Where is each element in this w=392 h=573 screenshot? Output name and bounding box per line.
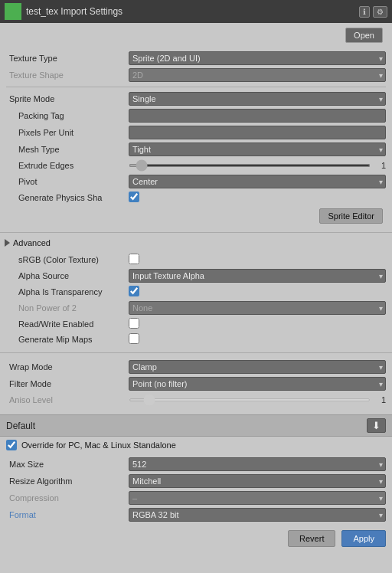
resize-wrapper: Mitchell — [129, 474, 386, 488]
gen-mip-checkbox[interactable] — [129, 333, 139, 344]
wrap-mode-row: Wrap Mode Clamp — [6, 359, 386, 375]
mesh-type-control: Tight — [129, 142, 386, 156]
compression-label: Compression — [6, 493, 129, 503]
platform-bar: Default ⬇ — [0, 414, 392, 437]
max-size-wrapper: 512 — [129, 457, 386, 471]
resize-label: Resize Algorithm — [6, 476, 129, 486]
mesh-type-row: Mesh Type Tight — [6, 141, 386, 158]
settings-button[interactable]: ⚙ — [373, 6, 387, 18]
sprite-mode-select[interactable]: Single — [129, 92, 386, 106]
format-label: Format — [6, 510, 129, 519]
sprite-editor-row: Sprite Editor — [6, 205, 386, 227]
advanced-section: Advanced sRGB (Color Texture) Alpha Sour… — [0, 236, 392, 349]
platform-settings-section: Max Size 512 Resize Algorithm Mitchell — [0, 453, 392, 526]
non-power-row: Non Power of 2 None — [6, 300, 386, 316]
alpha-transparency-control — [129, 286, 386, 298]
alpha-source-select[interactable]: Input Texture Alpha — [129, 269, 386, 283]
gen-physics-checkbox[interactable] — [129, 192, 139, 202]
override-row: Override for PC, Mac & Linux Standalone — [0, 437, 392, 453]
alpha-source-control: Input Texture Alpha — [129, 269, 386, 283]
advanced-label: Advanced — [13, 238, 51, 247]
format-wrapper: RGBA 32 bit — [129, 508, 386, 522]
packing-tag-row: Packing Tag — [6, 107, 386, 124]
wrap-filter-section: Wrap Mode Clamp Filter Mode Point (no fi… — [0, 356, 392, 410]
apply-button[interactable]: Apply — [341, 530, 386, 547]
platform-label: Default — [6, 421, 35, 431]
override-checkbox[interactable] — [6, 440, 17, 450]
override-label: Override for PC, Mac & Linux Standalone — [21, 440, 176, 450]
advanced-triangle-icon — [5, 239, 10, 247]
gen-mip-control — [129, 333, 386, 345]
sprite-mode-label: Sprite Mode — [6, 94, 129, 103]
aniso-slider-row: 1 — [129, 395, 386, 404]
texture-settings-section: Texture Type Sprite (2D and UI) Texture … — [0, 47, 392, 229]
mesh-type-select[interactable]: Tight — [129, 142, 386, 156]
non-power-wrapper: None — [129, 301, 386, 315]
texture-shape-control: 2D — [129, 68, 386, 82]
extrude-edges-row: Extrude Edges 1 — [6, 158, 386, 173]
texture-shape-label: Texture Shape — [6, 70, 129, 80]
alpha-transparency-row: Alpha Is Transparency — [6, 284, 386, 300]
texture-shape-wrapper: 2D — [129, 68, 386, 82]
format-control: RGBA 32 bit — [129, 508, 386, 522]
srgb-control — [129, 254, 386, 266]
gen-physics-control — [129, 192, 386, 204]
pixels-per-unit-input[interactable]: 100 — [129, 126, 386, 139]
aniso-row: Aniso Level 1 — [6, 392, 386, 408]
filter-mode-control: Point (no filter) — [129, 377, 386, 391]
info-button[interactable]: ℹ — [359, 6, 370, 18]
alpha-transparency-label: Alpha Is Transparency — [6, 287, 129, 296]
advanced-header[interactable]: Advanced — [0, 236, 392, 250]
resize-select[interactable]: Mitchell — [129, 474, 386, 488]
sprite-mode-control: Single — [129, 92, 386, 106]
alpha-transparency-checkbox[interactable] — [129, 286, 139, 296]
pixels-per-unit-row: Pixels Per Unit 100 — [6, 124, 386, 141]
pivot-label: Pivot — [6, 177, 129, 186]
texture-type-label: Texture Type — [6, 54, 129, 63]
non-power-select[interactable]: None — [129, 301, 386, 315]
sprite-mode-row: Sprite Mode Single — [6, 90, 386, 107]
read-write-control — [129, 318, 386, 330]
aniso-slider[interactable] — [129, 398, 371, 401]
mesh-type-label: Mesh Type — [6, 145, 129, 154]
main-window: test_tex Import Settings ℹ ⚙ Open Textur… — [0, 0, 392, 552]
wrap-mode-select[interactable]: Clamp — [129, 360, 386, 374]
wrap-mode-wrapper: Clamp — [129, 360, 386, 374]
sprite-mode-wrapper: Single — [129, 92, 386, 106]
bottom-buttons: Revert Apply — [0, 526, 392, 552]
read-write-checkbox[interactable] — [129, 318, 139, 329]
alpha-source-wrapper: Input Texture Alpha — [129, 269, 386, 283]
filter-mode-label: Filter Mode — [6, 379, 129, 388]
alpha-source-row: Alpha Source Input Texture Alpha — [6, 267, 386, 284]
sprite-editor-button[interactable]: Sprite Editor — [319, 208, 383, 224]
mesh-type-wrapper: Tight — [129, 142, 386, 156]
texture-shape-row: Texture Shape 2D — [6, 67, 386, 83]
max-size-select[interactable]: 512 — [129, 457, 386, 471]
gen-physics-label: Generate Physics Sha — [6, 193, 129, 202]
pivot-row: Pivot Center — [6, 173, 386, 190]
extrude-edges-slider[interactable] — [129, 164, 371, 167]
wrap-mode-label: Wrap Mode — [6, 362, 129, 372]
filter-mode-wrapper: Point (no filter) — [129, 377, 386, 391]
texture-shape-select[interactable]: 2D — [129, 68, 386, 82]
title-bar: test_tex Import Settings ℹ ⚙ — [0, 0, 392, 23]
srgb-checkbox[interactable] — [129, 254, 139, 264]
resize-control: Mitchell — [129, 474, 386, 488]
compression-select[interactable]: – — [129, 491, 386, 505]
pivot-wrapper: Center — [129, 175, 386, 188]
divider-3 — [0, 352, 392, 353]
extrude-edges-value: 1 — [374, 161, 386, 170]
alpha-source-label: Alpha Source — [6, 271, 129, 280]
pixels-per-unit-control: 100 — [129, 126, 386, 139]
gen-physics-row: Generate Physics Sha — [6, 190, 386, 205]
format-select[interactable]: RGBA 32 bit — [129, 508, 386, 522]
download-button[interactable]: ⬇ — [367, 418, 386, 433]
open-button[interactable]: Open — [345, 28, 383, 43]
filter-mode-select[interactable]: Point (no filter) — [129, 377, 386, 391]
packing-tag-input[interactable] — [129, 109, 386, 123]
texture-type-select[interactable]: Sprite (2D and UI) — [129, 51, 386, 65]
texture-type-control: Sprite (2D and UI) — [129, 51, 386, 65]
pivot-select[interactable]: Center — [129, 175, 386, 188]
srgb-label: sRGB (Color Texture) — [6, 255, 129, 264]
revert-button[interactable]: Revert — [288, 530, 335, 547]
